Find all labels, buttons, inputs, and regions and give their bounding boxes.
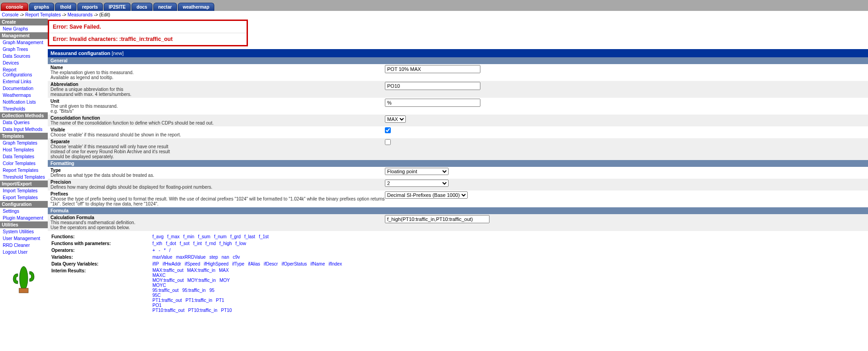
prefixes-select[interactable]: Decimal SI-Prefixes (Base 1000) [385, 191, 468, 199]
ref-token[interactable]: nan [222, 255, 229, 260]
ref-token[interactable]: PT10:traffic_out [152, 308, 184, 313]
ref-token[interactable]: PT10 [221, 308, 232, 313]
breadcrumb-console[interactable]: Console [2, 12, 19, 17]
ref-token[interactable]: ifName [311, 261, 325, 266]
sidebar-item-import-templates[interactable]: Import Templates [0, 187, 48, 194]
sidebar-item-data-templates[interactable]: Data Templates [0, 153, 48, 160]
sidebar-item-graph-templates[interactable]: Graph Templates [0, 140, 48, 146]
sidebar-item-notification-lists[interactable]: Notification Lists [0, 99, 48, 105]
ref-token[interactable]: PT1:traffic_in [186, 298, 212, 303]
sidebar-item-rrd-cleaner[interactable]: RRD Cleaner [0, 242, 48, 249]
ref-token[interactable]: step [209, 255, 218, 260]
ref-token[interactable]: MAX:traffic_in [187, 268, 215, 273]
sidebar-item-user-management[interactable]: User Management [0, 235, 48, 242]
tab-console[interactable]: console [1, 3, 28, 11]
sidebar-item-new-graphs[interactable]: New Graphs [0, 25, 48, 32]
ref-token[interactable]: ifIP [152, 261, 159, 266]
ref-token[interactable]: PT10:traffic_in [188, 308, 217, 313]
tab-graphs[interactable]: graphs [29, 3, 54, 11]
sidebar-item-data-input-methods[interactable]: Data Input Methods [0, 126, 48, 133]
ref-token[interactable]: f_grd [230, 234, 241, 239]
visible-checkbox[interactable] [385, 127, 391, 133]
sidebar-item-graph-trees[interactable]: Graph Trees [0, 46, 48, 53]
ref-token[interactable]: f_sum [198, 234, 210, 239]
ref-token[interactable]: ifOperStatus [282, 261, 307, 266]
ref-token[interactable]: ifAlias [248, 261, 260, 266]
ref-token[interactable]: f_dot [166, 241, 176, 246]
ref-token[interactable]: MAXC [152, 273, 166, 278]
ref-token[interactable]: * [164, 248, 166, 253]
ref-token[interactable]: MOY [219, 278, 230, 283]
sidebar-item-plugin-management[interactable]: Plugin Management [0, 215, 48, 221]
sidebar-item-report-configurations[interactable]: Report Configurations [0, 66, 48, 78]
precision-select[interactable]: 2 [385, 180, 449, 187]
tab-nectar[interactable]: nectar [153, 3, 177, 11]
ref-token[interactable]: f_rnd [206, 241, 216, 246]
tab-weathermap[interactable]: weathermap [178, 3, 214, 11]
ref-token[interactable]: MAX [219, 268, 229, 273]
tab-reports[interactable]: reports [77, 3, 103, 11]
ref-token[interactable]: ifHighSpeed [204, 261, 228, 266]
ref-token[interactable]: MOY:traffic_out [152, 278, 184, 283]
consolidation-select[interactable]: MAX [385, 115, 406, 123]
ref-token[interactable]: 95 [209, 288, 214, 293]
breadcrumb-report-templates[interactable]: Report Templates [25, 12, 61, 17]
ref-token[interactable]: MOYC [152, 283, 166, 288]
calculation-formula-input[interactable] [385, 215, 490, 223]
ref-token[interactable]: ifIndex [328, 261, 342, 266]
separate-checkbox[interactable] [385, 139, 391, 145]
ref-token[interactable]: c9v [233, 255, 240, 260]
ref-token[interactable]: MOY:traffic_in [187, 278, 216, 283]
sidebar-item-data-sources[interactable]: Data Sources [0, 53, 48, 60]
ref-token[interactable]: f_avg [152, 234, 163, 239]
unit-input[interactable] [385, 99, 480, 107]
abbreviation-input[interactable] [385, 82, 480, 90]
ref-token[interactable]: + [152, 248, 155, 253]
sidebar-item-documentation[interactable]: Documentation [0, 85, 48, 92]
ref-token[interactable]: f_min [183, 234, 194, 239]
ref-token[interactable]: MAX:traffic_out [152, 268, 183, 273]
ref-token[interactable]: f_low [236, 241, 246, 246]
ref-token[interactable]: ifType [232, 261, 244, 266]
sidebar-item-graph-management[interactable]: Graph Management [0, 39, 48, 46]
ref-token[interactable]: f_int [193, 241, 202, 246]
ref-token[interactable]: f_xth [152, 241, 162, 246]
sidebar-item-settings[interactable]: Settings [0, 208, 48, 215]
ref-token[interactable]: ifDescr [264, 261, 278, 266]
ref-token[interactable]: - [159, 248, 160, 253]
sidebar-item-devices[interactable]: Devices [0, 60, 48, 66]
ref-token[interactable]: 95:traffic_out [152, 288, 179, 293]
sidebar-item-host-templates[interactable]: Host Templates [0, 146, 48, 153]
ref-token[interactable]: f_num [214, 234, 227, 239]
ref-token[interactable]: ifHwAddr [162, 261, 181, 266]
sidebar-item-system-utilities[interactable]: System Utilities [0, 228, 48, 235]
ref-token[interactable]: / [169, 248, 171, 253]
tab-docs[interactable]: docs [131, 3, 152, 11]
sidebar-item-weathermaps[interactable]: Weathermaps [0, 92, 48, 99]
ref-token[interactable]: maxValue [152, 255, 172, 260]
sidebar-item-threshold-templates[interactable]: Threshold Templates [0, 174, 48, 181]
ref-token[interactable]: maxRRDValue [176, 255, 206, 260]
ref-token[interactable]: f_1st [259, 234, 269, 239]
sidebar-item-thresholds[interactable]: Thresholds [0, 105, 48, 112]
ref-token[interactable]: 95C [152, 293, 161, 298]
breadcrumb-measurands[interactable]: Measurands [67, 12, 92, 17]
name-input[interactable] [385, 65, 480, 73]
sidebar-item-export-templates[interactable]: Export Templates [0, 194, 48, 201]
ref-token[interactable]: 95:traffic_in [182, 288, 206, 293]
sidebar-item-color-templates[interactable]: Color Templates [0, 160, 48, 167]
sidebar-item-report-templates[interactable]: Report Templates [0, 167, 48, 174]
ref-token[interactable]: PT1:traffic_out [152, 298, 182, 303]
tab-IP2SITE[interactable]: IP2SITE [104, 3, 131, 11]
sidebar-item-data-queries[interactable]: Data Queries [0, 119, 48, 126]
type-select[interactable]: Floating point [385, 168, 449, 175]
ref-token[interactable]: PO1 [152, 303, 161, 308]
ref-token[interactable]: ifSpeed [185, 261, 200, 266]
ref-token[interactable]: f_last [244, 234, 255, 239]
ref-token[interactable]: f_high [219, 241, 232, 246]
ref-token[interactable]: f_sot [180, 241, 190, 246]
tab-thold[interactable]: thold [55, 3, 76, 11]
sidebar-item-logout-user[interactable]: Logout User [0, 249, 48, 256]
ref-token[interactable]: f_max [167, 234, 179, 239]
sidebar-item-external-links[interactable]: External Links [0, 78, 48, 85]
